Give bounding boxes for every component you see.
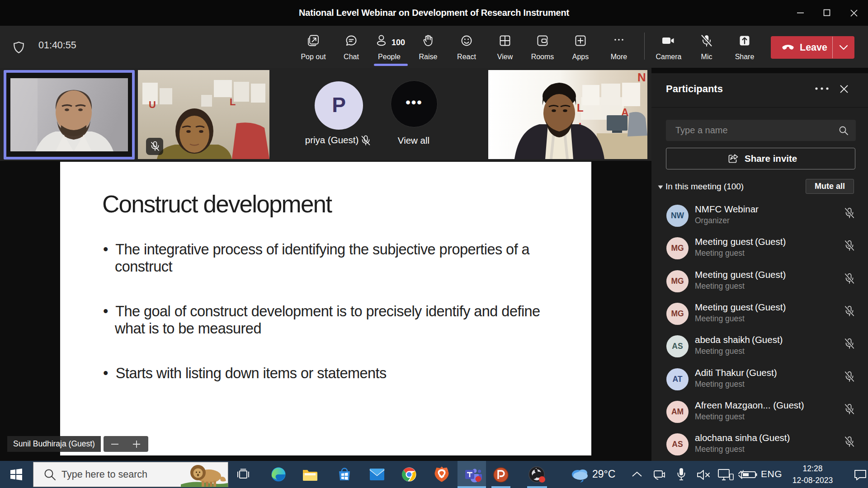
svg-text:N: N <box>637 70 646 84</box>
svg-text:L: L <box>230 96 236 108</box>
svg-text:L: L <box>577 102 584 114</box>
svg-text:U: U <box>149 99 156 110</box>
